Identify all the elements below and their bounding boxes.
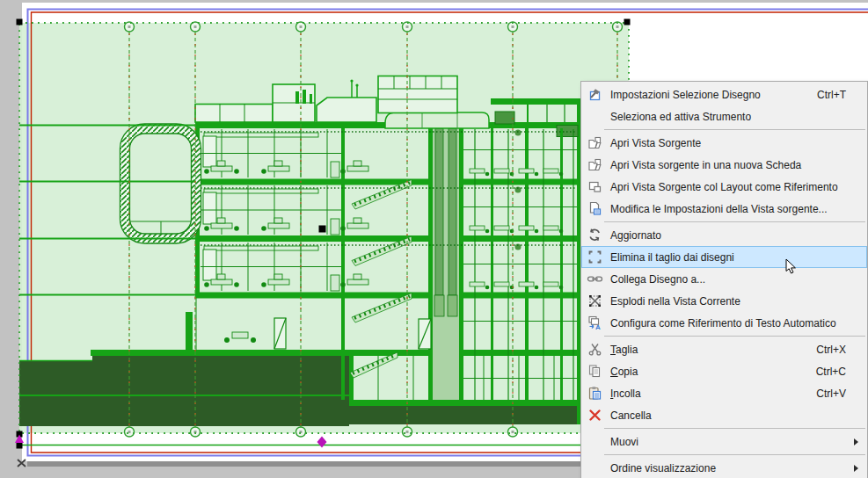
menu-item-apri-vista-layout-riferimento[interactable]: Apri Vista Sorgente col Layout come Rife… — [581, 176, 867, 198]
explode-icon — [586, 293, 604, 308]
context-menu: Impostazioni Selezione DisegnoCtrl+TSele… — [580, 81, 868, 478]
terrain-strip-right — [349, 406, 580, 424]
menu-item-ordine-visualizzazione[interactable]: Ordine visualizzazione — [581, 457, 867, 478]
menu-item-label: Apri Vista Sorgente col Layout come Rife… — [610, 181, 838, 193]
menu-item-shortcut: Ctrl+T — [817, 89, 860, 101]
menu-item-label: Incolla — [610, 387, 641, 400]
menu-item-label: Modifica le Impostazioni della Vista sor… — [610, 203, 828, 215]
menu-item-label: Muovi — [610, 436, 638, 448]
menu-item-label: Taglia — [610, 344, 638, 356]
crop-corners-icon — [586, 250, 604, 264]
menu-item-label: Impostazioni Selezione Disegno — [610, 89, 761, 101]
menu-item-incolla[interactable]: IncollaCtrl+V — [581, 382, 867, 404]
delete-icon — [586, 408, 604, 423]
menu-item-muovi[interactable]: Muovi — [581, 431, 867, 453]
menu-item-cancella[interactable]: Cancella — [581, 404, 867, 426]
refresh-icon — [586, 228, 604, 243]
menu-item-label: Copia — [610, 366, 638, 378]
menu-item-elimina-taglio-disegni[interactable]: Elimina il taglio dai disegni — [581, 246, 867, 268]
open-source-view-icon — [586, 135, 604, 150]
paste-icon — [586, 386, 604, 401]
menu-item-label: Apri Vista Sorgente — [610, 137, 701, 149]
menu-item-apri-vista-nuova-scheda[interactable]: Apri Vista sorgente in una nuova Scheda — [581, 154, 867, 176]
menu-item-seleziona-attiva-strumento[interactable]: Seleziona ed attiva Strumento — [581, 105, 867, 127]
menu-item-label: Elimina il taglio dai disegni — [610, 251, 734, 264]
menu-item-label: Cancella — [610, 409, 652, 422]
drawing-settings-icon — [586, 87, 604, 102]
submenu-arrow-icon — [854, 438, 858, 445]
menu-item-shortcut: Ctrl+X — [816, 344, 860, 356]
menu-item-configura-riferimento-testo[interactable]: AConfigura come Riferimento di Testo Aut… — [581, 312, 867, 334]
menu-item-label: Configura come Riferimento di Testo Auto… — [610, 317, 836, 330]
menu-item-label: Seleziona ed attiva Strumento — [610, 111, 751, 123]
terrain-mass — [19, 351, 349, 426]
application-window: Impostazioni Selezione DisegnoCtrl+TSele… — [0, 0, 868, 478]
cut-icon — [586, 342, 604, 357]
autotext-ref-icon: A — [586, 315, 604, 330]
no-icon — [586, 434, 604, 449]
submenu-arrow-icon — [854, 465, 858, 472]
menu-item-shortcut: Ctrl+C — [816, 366, 860, 378]
no-icon — [586, 109, 604, 124]
menu-item-copia[interactable]: CopiaCtrl+C — [581, 360, 867, 382]
menu-item-impostazioni-selezione-disegno[interactable]: Impostazioni Selezione DisegnoCtrl+T — [581, 83, 867, 105]
menu-item-esplodi-vista-corrente[interactable]: Esplodi nella Vista Corrente — [581, 290, 867, 312]
svg-text:A: A — [595, 323, 601, 330]
copy-icon — [586, 364, 604, 379]
menu-item-taglia[interactable]: TagliaCtrl+X — [581, 338, 867, 360]
edit-view-settings-icon — [586, 201, 604, 216]
open-with-layout-icon — [586, 179, 604, 194]
no-icon — [586, 460, 604, 475]
menu-item-modifica-impostazioni-vista[interactable]: Modifica le Impostazioni della Vista sor… — [581, 198, 867, 220]
menu-item-label: Ordine visualizzazione — [610, 462, 716, 474]
menu-item-aggiornato[interactable]: Aggiornato — [581, 224, 867, 246]
menu-item-label: Collega Disegno a... — [610, 273, 705, 286]
link-icon — [586, 272, 604, 286]
menu-item-label: Aggiornato — [610, 229, 661, 242]
menu-item-label: Apri Vista sorgente in una nuova Scheda — [610, 159, 801, 171]
open-source-view-tab-icon — [586, 157, 604, 172]
menu-item-label: Esplodi nella Vista Corrente — [610, 295, 740, 308]
menu-item-shortcut: Ctrl+V — [816, 387, 860, 400]
menu-item-apri-vista-sorgente[interactable]: Apri Vista Sorgente — [581, 132, 867, 154]
menu-item-collega-disegno[interactable]: Collega Disegno a... — [581, 268, 867, 290]
